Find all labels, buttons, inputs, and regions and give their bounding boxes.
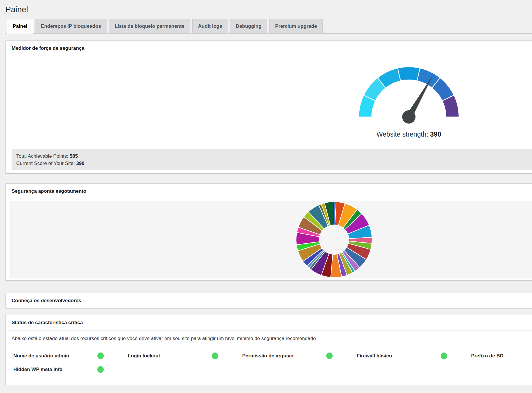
feature-label: Nome de usuário admin (13, 353, 97, 359)
feature-cell: Firewall básico (357, 349, 471, 363)
current-score-line: Current Score of Your Site: 390 (16, 160, 531, 167)
feature-status-ok-icon (97, 366, 104, 373)
feature-label: Firewall básico (357, 353, 441, 359)
panel-meet-developers-title: Conheça os desenvolvedores (6, 293, 532, 308)
panel-security-points-breakdown-body (6, 199, 532, 280)
critical-features-grid: Nome de usuário adminLogin lockoutPermis… (6, 349, 532, 376)
gauge-label-text: Website strength: (376, 131, 430, 138)
strength-gauge: Website strength: 390 (336, 56, 481, 138)
feature-status-ok-icon (212, 352, 218, 359)
panel-security-points-breakdown: Segurança aponta esgotamento (6, 183, 532, 281)
panel-critical-feature-status: Status de característica crítica Abaixo … (6, 315, 532, 385)
total-points-label: Total Achievable Points: (16, 153, 70, 159)
gauge-label: Website strength: 390 (336, 131, 481, 138)
panel-security-points-breakdown-title: Segurança aponta esgotamento (6, 184, 532, 199)
feature-cell: Hidden WP meta info (13, 363, 128, 376)
panel-critical-feature-status-title: Status de característica crítica (6, 315, 532, 330)
donut-chart-box (10, 201, 532, 278)
tab-premium-upgrade[interactable]: Premium upgrade (269, 19, 323, 34)
current-score-label: Current Score of Your Site: (16, 161, 76, 166)
panel-critical-feature-status-body: Abaixo está o estado atual dos recursos … (6, 330, 532, 385)
feature-cell: Prefixo de BD (471, 349, 532, 363)
feature-status-ok-icon (441, 352, 447, 359)
feature-cell: Permissão de arquivo (242, 349, 357, 363)
panel-security-strength-meter-title: Medidor de força de segurança (6, 41, 532, 56)
critical-features-description: Abaixo está o estado atual dos recursos … (6, 335, 532, 342)
feature-label: Login lockout (128, 353, 212, 359)
page-title: Painel (0, 0, 532, 14)
tab-debugging[interactable]: Debugging (230, 19, 267, 34)
tab-painel[interactable]: Painel (7, 19, 33, 34)
feature-cell: Nome de usuário admin (13, 349, 128, 363)
tab-endere-os-ip-bloqueados[interactable]: Endereços IP bloqueados (35, 19, 107, 34)
panel-security-strength-meter: Medidor de força de segurança Website st… (6, 41, 532, 174)
current-score-value: 390 (76, 161, 84, 166)
total-points-line: Total Achievable Points: 585 (16, 153, 531, 160)
tab-lista-de-bloqueio-permanente[interactable]: Lista de bloqueio permanente (109, 19, 190, 34)
donut-chart (296, 201, 373, 278)
gauge-value: 390 (430, 131, 441, 138)
feature-status-ok-icon (326, 352, 333, 359)
feature-cell: Login lockout (128, 349, 242, 363)
gauge-chart (336, 56, 481, 128)
feature-label: Permissão de arquivo (242, 353, 326, 359)
feature-label: Prefixo de BD (471, 353, 532, 359)
tab-bar: PainelEndereços IP bloqueadosLista de bl… (6, 19, 532, 34)
score-summary-box: Total Achievable Points: 585 Current Sco… (12, 149, 532, 170)
tab-audit-logs[interactable]: Audit logs (192, 19, 228, 34)
feature-label: Hidden WP meta info (13, 366, 97, 373)
panel-security-strength-meter-body: Website strength: 390 Total Achievable P… (6, 56, 532, 173)
panel-meet-developers: Conheça os desenvolvedores (6, 293, 532, 308)
feature-status-ok-icon (97, 352, 104, 359)
total-points-value: 585 (70, 153, 78, 159)
